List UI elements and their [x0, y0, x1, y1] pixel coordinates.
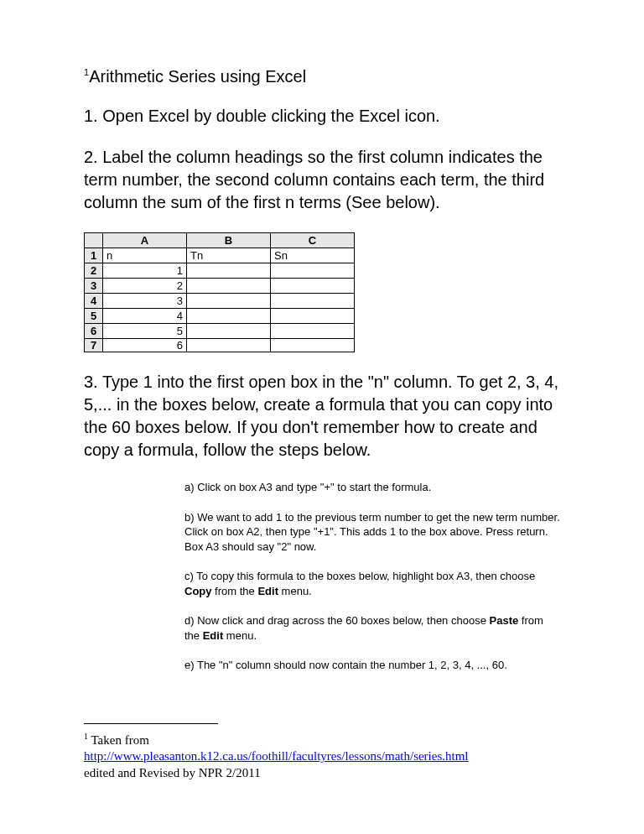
row-header: 1 — [85, 248, 103, 263]
cell-b2 — [187, 263, 271, 279]
cell-c6 — [271, 324, 355, 339]
cell-b6 — [187, 324, 271, 339]
cell-b3 — [187, 279, 271, 294]
cell-b7 — [187, 339, 271, 352]
sheet-corner — [85, 233, 103, 248]
substep-e: e) The "n" column should now contain the… — [184, 658, 560, 673]
cell-a6: 5 — [103, 324, 187, 339]
footnote-taken: Taken from — [88, 733, 149, 747]
footnote-separator — [84, 723, 218, 724]
col-header-a: A — [103, 233, 187, 248]
cell-a3: 2 — [103, 279, 187, 294]
substep-c-copy: Copy — [184, 585, 212, 597]
cell-c3 — [271, 279, 355, 294]
cell-b4 — [187, 294, 271, 309]
cell-c7 — [271, 339, 355, 352]
substep-d-text3: menu. — [223, 629, 257, 642]
col-header-b: B — [187, 233, 271, 248]
cell-a2: 1 — [103, 263, 187, 279]
footnote-edited: edited and Revised by NPR 2/2011 — [84, 766, 261, 779]
substep-c-edit: Edit — [257, 585, 278, 597]
spreadsheet-example: A B C 1 n Tn Sn 2 1 3 2 — [84, 232, 560, 352]
cell-c1: Sn — [271, 248, 355, 263]
cell-b1: Tn — [187, 248, 271, 263]
substep-d-text: d) Now click and drag across the 60 boxe… — [184, 614, 490, 627]
row-header: 6 — [85, 324, 103, 339]
row-header: 5 — [85, 309, 103, 324]
cell-a1: n — [103, 248, 187, 263]
substep-d-edit: Edit — [203, 629, 224, 642]
step-2: 2. Label the column headings so the firs… — [84, 146, 560, 214]
cell-c4 — [271, 294, 355, 309]
cell-c2 — [271, 263, 355, 279]
spreadsheet-table: A B C 1 n Tn Sn 2 1 3 2 — [84, 232, 355, 352]
col-header-c: C — [271, 233, 355, 248]
page-title: 1Arithmetic Series using Excel — [84, 67, 560, 86]
row-header: 2 — [85, 263, 103, 279]
substep-c: c) To copy this formula to the boxes bel… — [184, 569, 560, 598]
cell-a4: 3 — [103, 294, 187, 309]
substep-c-text3: menu. — [278, 585, 312, 597]
step-1: 1. Open Excel by double clicking the Exc… — [84, 105, 560, 128]
substep-c-text: c) To copy this formula to the boxes bel… — [184, 570, 535, 582]
title-text: Arithmetic Series using Excel — [89, 67, 306, 86]
cell-c5 — [271, 309, 355, 324]
row-header: 7 — [85, 339, 103, 352]
cell-a7: 6 — [103, 339, 187, 352]
substep-c-text2: from the — [212, 585, 258, 597]
step-3: 3. Type 1 into the first open box in the… — [84, 371, 560, 461]
row-header: 4 — [85, 294, 103, 309]
row-header: 3 — [85, 279, 103, 294]
substep-a: a) Click on box A3 and type "+" to start… — [184, 480, 560, 495]
substep-d-paste: Paste — [490, 614, 519, 627]
cell-a5: 4 — [103, 309, 187, 324]
substeps: a) Click on box A3 and type "+" to start… — [184, 480, 560, 673]
substep-d: d) Now click and drag across the 60 boxe… — [184, 613, 560, 643]
document-page: 1Arithmetic Series using Excel 1. Open E… — [0, 0, 644, 815]
substep-b: b) We want to add 1 to the previous term… — [184, 510, 560, 555]
footnote-link[interactable]: http://www.pleasanton.k12.ca.us/foothill… — [84, 749, 469, 763]
cell-b5 — [187, 309, 271, 324]
footnote: 1 Taken from http://www.pleasanton.k12.c… — [84, 731, 560, 782]
